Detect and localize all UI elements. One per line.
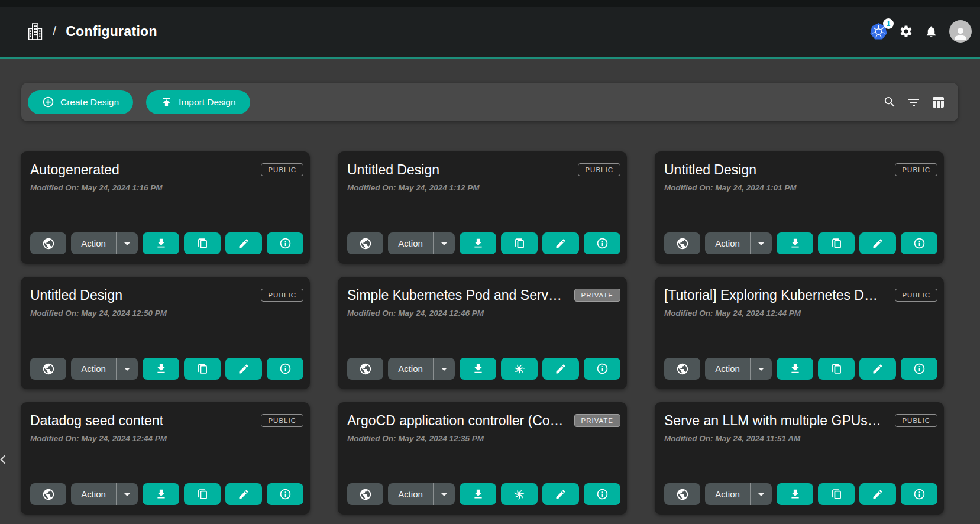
copy-design-button[interactable]: [184, 232, 221, 254]
edit-design-button[interactable]: [225, 358, 262, 380]
edit-pencil-icon: [238, 489, 250, 500]
notifications-bell-icon[interactable]: [924, 25, 938, 38]
action-dropdown-caret[interactable]: [434, 362, 455, 376]
import-design-button[interactable]: Import Design: [146, 90, 250, 114]
action-split-button[interactable]: Action: [388, 358, 455, 380]
download-design-button[interactable]: [777, 483, 813, 505]
download-design-button[interactable]: [460, 358, 496, 380]
edit-design-button[interactable]: [225, 232, 262, 254]
action-dropdown-caret[interactable]: [434, 487, 455, 502]
settings-gear-icon[interactable]: [899, 24, 913, 38]
action-button-label[interactable]: Action: [71, 489, 116, 499]
add-circle-icon: [42, 96, 54, 108]
edit-design-button[interactable]: [859, 358, 896, 380]
action-dropdown-caret[interactable]: [117, 487, 138, 502]
filter-icon[interactable]: [907, 95, 921, 109]
action-split-button[interactable]: Action: [705, 358, 772, 380]
design-info-button[interactable]: [584, 483, 620, 505]
edit-design-button[interactable]: [542, 483, 579, 505]
edit-design-button[interactable]: [859, 232, 896, 254]
copy-design-button[interactable]: [818, 232, 855, 254]
caret-down-icon: [437, 237, 451, 251]
download-design-button[interactable]: [143, 358, 179, 380]
card-head: Untitled Design PUBLIC: [30, 287, 303, 304]
action-dropdown-caret[interactable]: [117, 237, 138, 251]
action-split-button[interactable]: Action: [71, 483, 138, 505]
action-split-button[interactable]: Action: [705, 483, 772, 505]
action-split-button[interactable]: Action: [388, 483, 455, 505]
visibility-globe-button[interactable]: [347, 232, 383, 254]
edit-design-button[interactable]: [542, 232, 579, 254]
download-icon: [472, 363, 484, 375]
create-design-button[interactable]: Create Design: [28, 90, 133, 114]
action-button-label[interactable]: Action: [388, 489, 433, 499]
swirl-action-button[interactable]: [501, 358, 538, 380]
design-info-button[interactable]: [584, 358, 620, 380]
action-dropdown-caret[interactable]: [117, 362, 138, 376]
copy-design-button[interactable]: [818, 358, 855, 380]
action-dropdown-caret[interactable]: [751, 487, 772, 502]
action-button-label[interactable]: Action: [705, 238, 750, 248]
visibility-globe-button[interactable]: [664, 358, 700, 380]
swirl-action-button[interactable]: [501, 483, 538, 505]
visibility-globe-button[interactable]: [347, 483, 383, 505]
design-title: Autogenerated: [30, 161, 119, 179]
info-icon: [913, 363, 926, 375]
action-button-label[interactable]: Action: [705, 489, 750, 499]
person-icon: [952, 25, 969, 43]
app-header: / Configuration 1: [0, 0, 980, 59]
action-dropdown-caret[interactable]: [751, 362, 772, 376]
caret-down-icon: [754, 362, 768, 376]
user-avatar[interactable]: [949, 20, 972, 43]
download-icon: [155, 488, 167, 500]
card-head: Serve an LLM with multiple GPUs… PUBLIC: [664, 412, 937, 429]
action-button-label[interactable]: Action: [71, 238, 116, 248]
modified-on-text: Modified On: May 24, 2024 12:44 PM: [30, 434, 303, 443]
visibility-globe-button[interactable]: [664, 232, 700, 254]
design-info-button[interactable]: [901, 358, 937, 380]
download-design-button[interactable]: [777, 232, 813, 254]
action-split-button[interactable]: Action: [705, 232, 772, 254]
action-split-button[interactable]: Action: [71, 232, 138, 254]
action-button-label[interactable]: Action: [705, 364, 750, 374]
design-info-button[interactable]: [267, 232, 303, 254]
visibility-globe-button[interactable]: [664, 483, 700, 505]
action-dropdown-caret[interactable]: [751, 237, 772, 251]
action-button-label[interactable]: Action: [71, 364, 116, 374]
action-dropdown-caret[interactable]: [434, 237, 455, 251]
edit-design-button[interactable]: [225, 483, 262, 505]
edit-design-button[interactable]: [859, 483, 896, 505]
design-info-button[interactable]: [584, 232, 620, 254]
edit-design-button[interactable]: [542, 358, 579, 380]
download-design-button[interactable]: [460, 483, 496, 505]
visibility-globe-button[interactable]: [30, 358, 66, 380]
download-design-button[interactable]: [143, 483, 179, 505]
kubernetes-context-button[interactable]: 1: [869, 22, 888, 41]
copy-design-button[interactable]: [818, 483, 855, 505]
action-split-button[interactable]: Action: [388, 232, 455, 254]
search-icon[interactable]: [883, 95, 897, 109]
table-view-icon[interactable]: [931, 95, 945, 109]
modified-on-text: Modified On: May 24, 2024 1:12 PM: [347, 183, 620, 192]
design-info-button[interactable]: [901, 483, 937, 505]
visibility-globe-button[interactable]: [30, 232, 66, 254]
visibility-globe-button[interactable]: [347, 358, 383, 380]
design-info-button[interactable]: [267, 358, 303, 380]
copy-design-button[interactable]: [184, 358, 221, 380]
visibility-globe-button[interactable]: [30, 483, 66, 505]
download-design-button[interactable]: [143, 232, 179, 254]
design-card: Simple Kubernetes Pod and Serv… PRIVATE …: [338, 277, 627, 389]
copy-design-button[interactable]: [501, 232, 538, 254]
card-action-bar: Action: [30, 483, 303, 505]
collapse-panel-chevron[interactable]: [0, 451, 12, 470]
download-design-button[interactable]: [777, 358, 813, 380]
action-button-label[interactable]: Action: [388, 238, 433, 248]
design-title: Untitled Design: [30, 287, 122, 304]
design-info-button[interactable]: [267, 483, 303, 505]
copy-design-button[interactable]: [184, 483, 221, 505]
organization-building-icon[interactable]: [27, 22, 43, 41]
action-split-button[interactable]: Action: [71, 358, 138, 380]
action-button-label[interactable]: Action: [388, 364, 433, 374]
download-design-button[interactable]: [460, 232, 496, 254]
design-info-button[interactable]: [901, 232, 937, 254]
